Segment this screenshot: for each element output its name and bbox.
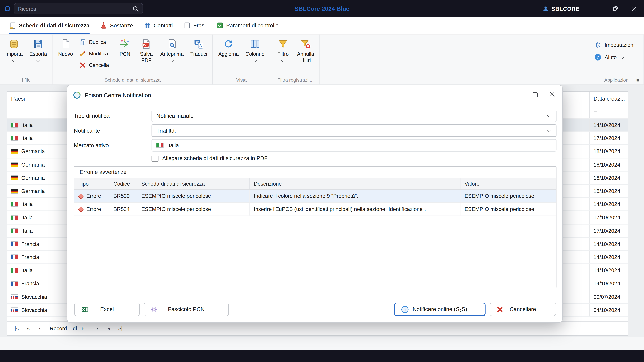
search-icon[interactable] [133, 5, 139, 12]
tab-schede-di-dati-di-sicurezza[interactable]: Schede di dati di sicurezza [9, 17, 90, 34]
ribbon-spacer [320, 34, 590, 85]
flag-it-icon [11, 136, 18, 141]
cancel-button[interactable]: Cancellare [490, 303, 556, 316]
error-scheda-cell: ESEMPIO miscele pericolose [137, 190, 250, 202]
ribbon-group: ImportaEsportaI file [0, 34, 53, 85]
search-input[interactable] [18, 5, 133, 12]
info-icon [401, 306, 409, 313]
tab-sostanze[interactable]: Sostanze [100, 17, 133, 34]
chevron-down-icon [170, 58, 174, 62]
ribbon-button-filtro[interactable]: Filtro [273, 36, 293, 62]
record-status: Record 1 di 161 [50, 326, 88, 332]
date-cell: 14/10/2024 [589, 264, 628, 277]
ribbon-button-label: Cancella [89, 62, 109, 68]
notify-online-button[interactable]: Notificare online (S₂S) [394, 303, 486, 316]
ribbon-button-label: Nuovo [58, 51, 73, 57]
flask-icon [100, 22, 107, 29]
error-row[interactable]: ErroreBR534ESEMPIO miscele pericoloseIns… [74, 203, 556, 216]
dialog-maximize-button[interactable] [533, 91, 538, 99]
ribbon-button-label: Annulla i filtri [297, 51, 314, 63]
save-export-icon [33, 38, 44, 50]
filter-funnel-icon [278, 38, 288, 50]
filter-operator[interactable]: = [589, 106, 628, 118]
ribbon-button-label: Duplica [89, 39, 106, 45]
flag-it-icon [11, 202, 18, 207]
close-button[interactable] [625, 0, 644, 17]
error-row[interactable]: ErroreBR530ESEMPIO miscele pericoloseInd… [74, 190, 556, 203]
country-name: Italia [21, 228, 32, 234]
checkbox-icon[interactable] [152, 155, 159, 162]
nav-fast-prev-button[interactable]: « [24, 324, 33, 334]
date-cell: 14/10/2024 [589, 198, 628, 211]
gear-icon [594, 41, 602, 48]
tab-label: Frasi [193, 22, 206, 28]
cancel-button-label: Cancellare [510, 306, 536, 312]
tab-label: Schede di dati di sicurezza [19, 22, 90, 28]
help-button[interactable]: ? Aiuto [594, 54, 640, 61]
maximize-button[interactable] [606, 0, 625, 17]
ribbon-button-colonne[interactable]: Colonne [242, 36, 267, 62]
notificante-select[interactable]: Trial ltd. [152, 124, 556, 137]
dialog-close-button[interactable] [549, 92, 555, 98]
ribbon-button-importa[interactable]: Importa [2, 36, 26, 62]
nav-next-button[interactable]: › [92, 324, 102, 334]
settings-label: Impostazioni [604, 42, 634, 48]
new-document-icon [60, 38, 71, 50]
ribbon-button-anteprima[interactable]: Anteprima [158, 36, 187, 62]
country-name: Italia [21, 135, 32, 141]
errors-column-header[interactable]: Descrizione [250, 178, 460, 189]
errors-column-header[interactable]: Valore [460, 178, 556, 189]
workspace-lower-strip [0, 337, 644, 350]
minimize-button[interactable] [586, 0, 606, 17]
status-bar [0, 350, 644, 362]
ribbon-button-pcn[interactable]: PCN [115, 36, 135, 57]
maximize-icon [613, 6, 618, 11]
ribbon-button-traduci[interactable]: ATraduci [187, 36, 210, 57]
ribbon-group-label-applicazioni: Applicazioni [604, 78, 630, 82]
delete-x-icon [79, 61, 86, 68]
chevron-down-icon [620, 55, 624, 59]
tipo-di-notifica-select[interactable]: Notifica iniziale [152, 110, 556, 122]
country-name: Germania [21, 175, 45, 181]
nav-first-button[interactable]: |« [12, 324, 22, 334]
menu-icon[interactable]: ≡ [636, 77, 640, 83]
column-header-data-creazione[interactable]: Data creaz... [589, 91, 628, 106]
tab-contatti[interactable]: Contatti [144, 17, 173, 34]
nav-left-buttons: |««‹ [12, 324, 45, 334]
notify-online-button-label: Notificare online (S₂S) [412, 306, 467, 312]
fascicolo-pcn-button[interactable]: Fascicolo PCN [144, 303, 229, 316]
search-box[interactable] [14, 3, 143, 14]
ribbon-button-annulla-i-filtri[interactable]: Annulla i filtri [294, 36, 317, 64]
tab-frasi[interactable]: Frasi [184, 17, 206, 34]
date-cell: 18/10/2024 [589, 185, 628, 197]
tab-parametri-di-controllo[interactable]: Parametri di controllo [216, 17, 278, 34]
nav-fast-next-button[interactable]: » [104, 324, 114, 334]
country-name: Francia [21, 254, 39, 260]
user-icon [542, 5, 549, 12]
tab-label: Parametri di controllo [226, 22, 278, 28]
ribbon-button-aggiorna[interactable]: Aggiorna [215, 36, 242, 57]
excel-icon [81, 306, 88, 313]
ribbon-button-modifica[interactable]: Modifica [79, 48, 109, 59]
errors-table-rows: ErroreBR530ESEMPIO miscele pericoloseInd… [74, 190, 556, 216]
error-descrizione-cell: Inserire l'EuPCS (usi identificati princ… [250, 203, 460, 216]
control-params-icon [216, 22, 224, 29]
user-account-button[interactable]: SBLCORE [542, 5, 580, 12]
country-name: Germania [21, 148, 45, 155]
ribbon-button-duplica[interactable]: Duplica [79, 37, 109, 47]
nav-last-button[interactable]: »| [116, 324, 125, 334]
attach-sds-pdf-checkbox[interactable]: Allegare scheda di dati di sicurezza in … [152, 154, 556, 162]
settings-button[interactable]: Impostazioni [594, 41, 640, 48]
ribbon-button-nuovo[interactable]: Nuovo [55, 36, 76, 57]
ribbon-button-cancella[interactable]: Cancella [79, 60, 109, 70]
ribbon-button-esporta[interactable]: Esporta [26, 36, 50, 62]
errors-column-header[interactable]: Codice [109, 178, 137, 189]
errors-column-header[interactable]: Tipo [74, 178, 109, 189]
excel-button[interactable]: Excel [74, 303, 140, 316]
excel-button-label: Excel [100, 306, 114, 312]
preview-icon [167, 38, 178, 50]
record-navigator: |««‹ Record 1 di 161 ›»»| [7, 322, 628, 335]
ribbon-button-salva-pdf[interactable]: PDFSalva PDF [136, 36, 156, 64]
nav-prev-button[interactable]: ‹ [35, 324, 45, 334]
errors-column-header[interactable]: Scheda di dati di sicurezza [137, 178, 250, 189]
